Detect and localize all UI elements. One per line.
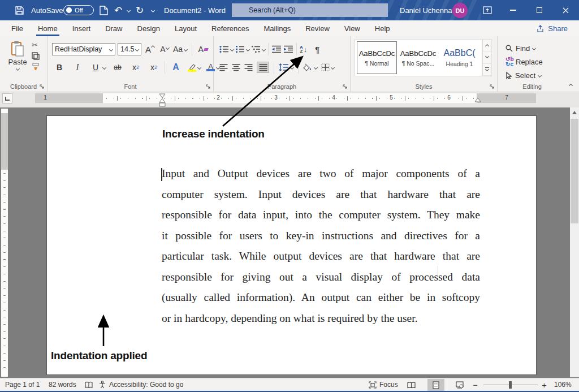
underline-dropdown-icon[interactable]	[102, 65, 106, 69]
tab-help[interactable]: Help	[368, 20, 397, 36]
styles-gallery-more-icon[interactable]	[483, 64, 491, 76]
highlight-color-button[interactable]	[188, 61, 201, 74]
style-heading1[interactable]: AaBbC( Heading 1	[439, 41, 479, 74]
show-paragraph-marks-button[interactable]: ¶	[311, 43, 323, 55]
minimize-button[interactable]	[500, 0, 525, 20]
font-dialog-launcher-icon[interactable]	[206, 84, 211, 89]
shrink-font-button[interactable]: A	[158, 43, 171, 55]
maximize-button[interactable]	[527, 0, 552, 20]
shading-button[interactable]	[303, 63, 317, 71]
body-paragraph[interactable]: Input and Output devices are two of majo…	[162, 163, 480, 329]
styles-scroll-up-icon[interactable]	[483, 40, 491, 51]
account-name[interactable]: Daniel Uchenna	[400, 0, 452, 20]
clipboard-dialog-launcher-icon[interactable]	[40, 84, 45, 89]
share-label: Share	[548, 24, 568, 33]
line-spacing-button[interactable]	[279, 63, 293, 71]
proofing-status-icon[interactable]	[85, 378, 93, 391]
word-count[interactable]: 82 words	[49, 378, 76, 391]
tab-review[interactable]: Review	[298, 20, 337, 36]
zoom-slider-thumb[interactable]	[509, 381, 512, 389]
decrease-indent-button[interactable]	[271, 45, 282, 53]
new-document-icon[interactable]	[100, 0, 108, 20]
qat-more-commands-icon[interactable]	[151, 8, 155, 12]
align-right-button[interactable]	[244, 64, 253, 71]
font-size-combo[interactable]: 14.5	[118, 43, 141, 55]
right-indent-marker[interactable]	[474, 97, 481, 103]
justify-button[interactable]	[257, 62, 269, 73]
replace-button[interactable]: ↺b↻c Replace	[505, 55, 543, 68]
grow-font-button[interactable]: A	[144, 43, 156, 55]
save-icon[interactable]	[15, 0, 24, 20]
scroll-up-icon[interactable]	[570, 107, 579, 117]
vruler-ticks	[3, 170, 6, 373]
tab-view[interactable]: View	[337, 20, 368, 36]
sort-button[interactable]: A Z	[300, 45, 303, 53]
tab-insert[interactable]: Insert	[65, 20, 98, 36]
italic-button[interactable]: I	[71, 61, 84, 74]
page-indicator[interactable]: Page 1 of 1	[5, 378, 40, 391]
paragraph-dialog-launcher-icon[interactable]	[343, 84, 348, 89]
tab-layout[interactable]: Layout	[167, 20, 204, 36]
indent-markers[interactable]	[159, 93, 166, 107]
style-normal[interactable]: AaBbCcDc ¶ Normal	[357, 41, 397, 74]
bullets-button[interactable]	[219, 45, 229, 53]
read-mode-button[interactable]	[403, 379, 420, 391]
vertical-ruler[interactable]	[1, 109, 8, 377]
strikethrough-button[interactable]: ab	[111, 61, 124, 74]
tab-selector-button[interactable]	[2, 93, 12, 104]
scrollbar-thumb[interactable]	[571, 119, 578, 223]
text-effects-button[interactable]: A	[170, 61, 182, 74]
underline-button[interactable]: U	[89, 61, 102, 74]
borders-button[interactable]	[321, 63, 334, 71]
zoom-in-button[interactable]: +	[542, 378, 547, 391]
subscript-button[interactable]: x2	[129, 61, 142, 74]
increase-indent-button[interactable]	[283, 45, 293, 53]
close-button[interactable]	[553, 0, 578, 20]
change-case-button[interactable]: Aa	[173, 43, 187, 55]
cut-button[interactable]: ✂	[32, 41, 40, 49]
paste-button[interactable]: Paste	[5, 41, 31, 81]
clear-formatting-button[interactable]: A	[197, 43, 209, 55]
bullets-dropdown-icon[interactable]	[230, 47, 234, 51]
avatar[interactable]: DU	[452, 3, 468, 18]
style-no-spacing[interactable]: AaBbCcDc ¶ No Spac...	[398, 41, 438, 74]
multilevel-list-button[interactable]	[251, 45, 261, 53]
bold-button[interactable]: B	[53, 61, 66, 74]
search-input[interactable]	[232, 3, 388, 17]
tab-draw[interactable]: Draw	[98, 20, 129, 36]
select-button[interactable]: Select	[505, 69, 541, 81]
align-center-button[interactable]	[232, 64, 240, 71]
autosave-toggle[interactable]: Off	[63, 5, 94, 15]
format-painter-button[interactable]	[32, 63, 40, 71]
undo-button[interactable]: ↶	[114, 0, 122, 20]
web-layout-button[interactable]	[451, 379, 468, 391]
find-button[interactable]: Find	[505, 42, 535, 54]
numbering-button[interactable]	[235, 45, 245, 53]
undo-dropdown-icon[interactable]	[127, 8, 131, 12]
zoom-out-button[interactable]: −	[473, 378, 478, 391]
accessibility-status[interactable]: Accessibility: Good to go	[98, 378, 183, 391]
multilevel-dropdown-icon[interactable]	[262, 47, 266, 51]
document-page[interactable]: Increase indentation Input and Output de…	[47, 116, 536, 374]
print-layout-button[interactable]	[427, 379, 444, 391]
tab-references[interactable]: References	[204, 20, 256, 36]
font-name-combo[interactable]: RedHatDisplay	[52, 43, 115, 55]
numbering-dropdown-icon[interactable]	[246, 47, 250, 51]
copy-button[interactable]	[32, 52, 40, 60]
ribbon-display-options-icon[interactable]	[475, 0, 500, 20]
zoom-level[interactable]: 106%	[554, 378, 572, 391]
vertical-scrollbar[interactable]	[570, 107, 579, 377]
focus-mode-button[interactable]: Focus	[369, 378, 398, 391]
tab-design[interactable]: Design	[130, 20, 167, 36]
redo-button[interactable]: ↻	[136, 0, 144, 20]
tab-home[interactable]: Home	[31, 20, 65, 36]
align-left-button[interactable]	[219, 64, 228, 71]
tab-mailings[interactable]: Mailings	[257, 20, 299, 36]
collapse-ribbon-icon[interactable]	[569, 84, 573, 88]
tab-file[interactable]: File	[4, 20, 31, 36]
horizontal-ruler[interactable]: 1 2 3 4 5 6 7	[35, 93, 536, 103]
share-button[interactable]: Share	[533, 22, 572, 35]
superscript-button[interactable]: x2	[148, 61, 160, 74]
styles-scroll-down-icon[interactable]	[483, 51, 491, 63]
styles-dialog-launcher-icon[interactable]	[490, 84, 495, 89]
